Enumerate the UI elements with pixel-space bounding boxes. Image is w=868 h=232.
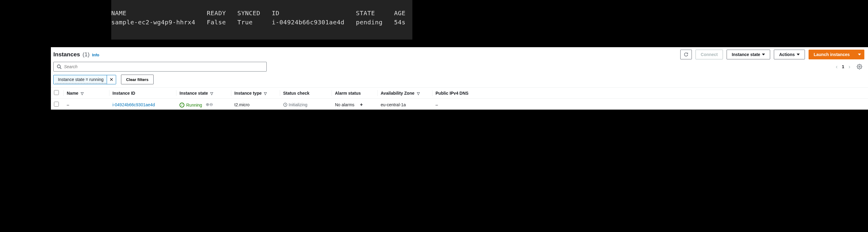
sort-icon: ▽ <box>210 91 213 96</box>
info-link[interactable]: Info <box>92 53 99 57</box>
launch-instances-button[interactable]: Launch instances <box>809 49 855 59</box>
filter-chip-label[interactable]: Instance state = running <box>56 76 106 84</box>
select-all-checkbox[interactable] <box>54 90 59 95</box>
table-row[interactable]: – i-04924b66c9301ae4d Running ⊕⊖ t2.micr… <box>51 99 868 110</box>
filter-chip-remove[interactable]: ✕ <box>107 75 116 84</box>
refresh-button[interactable] <box>680 49 692 59</box>
col-alarm-status[interactable]: Alarm status <box>332 88 378 99</box>
zoom-icons[interactable]: ⊕⊖ <box>206 102 213 107</box>
page-title: Instances (1) Info <box>53 51 99 58</box>
svg-point-1 <box>859 66 860 68</box>
col-az-label: Availability Zone <box>381 91 414 96</box>
col-instance-id-label: Instance ID <box>113 91 135 96</box>
actions-button[interactable]: Actions <box>774 49 805 59</box>
col-public-dns[interactable]: Public IPv4 DNS <box>432 88 868 99</box>
row-checkbox[interactable] <box>54 102 59 106</box>
connect-button[interactable]: Connect <box>695 49 723 59</box>
cell-public-dns: – <box>432 99 868 110</box>
pagination: ‹ 1 › <box>836 62 864 71</box>
page-prev[interactable]: ‹ <box>836 64 838 69</box>
cell-alarm-status: No alarms + <box>332 99 378 110</box>
filter-chip: Instance state = running ✕ <box>53 75 116 84</box>
sort-icon: ▽ <box>417 91 420 96</box>
instances-table: Name ▽ Instance ID Instance state ▽ Inst… <box>51 88 868 110</box>
instance-state-button-label: Instance state <box>732 52 760 57</box>
cell-status-check-label: Initializing <box>289 102 307 107</box>
page-next[interactable]: › <box>848 64 850 69</box>
col-name[interactable]: Name ▽ <box>64 88 110 99</box>
cell-instance-type: t2.micro <box>231 99 280 110</box>
col-status-check[interactable]: Status check <box>280 88 332 99</box>
search-row: ‹ 1 › <box>51 59 868 71</box>
search-icon <box>57 64 62 69</box>
col-instance-id[interactable]: Instance ID <box>110 88 177 99</box>
col-name-label: Name <box>67 91 78 96</box>
settings-button[interactable] <box>855 62 864 71</box>
add-alarm-button[interactable]: + <box>359 102 364 107</box>
col-instance-type-label: Instance type <box>235 91 261 96</box>
filter-row: Instance state = running ✕ Clear filters <box>51 71 868 88</box>
col-az[interactable]: Availability Zone ▽ <box>378 88 432 99</box>
close-icon: ✕ <box>110 77 113 82</box>
chevron-down-icon <box>797 54 800 56</box>
sort-icon: ▽ <box>81 91 84 96</box>
col-status-check-label: Status check <box>283 91 309 96</box>
instance-state-button[interactable]: Instance state <box>726 49 770 59</box>
console-header: Instances (1) Info Connect Instance stat… <box>51 47 868 59</box>
cell-instance-state-label: Running <box>186 103 202 107</box>
search-box[interactable] <box>53 62 267 71</box>
launch-instances-group: Launch instances <box>809 49 864 59</box>
ec2-console-panel: Instances (1) Info Connect Instance stat… <box>51 47 868 110</box>
sort-icon: ▽ <box>264 91 267 96</box>
svg-point-0 <box>57 65 60 68</box>
chevron-down-icon <box>858 54 861 56</box>
status-ok-icon <box>180 103 184 107</box>
clear-filters-button[interactable]: Clear filters <box>121 75 154 84</box>
title-text: Instances <box>53 51 80 58</box>
cell-alarm-status-label: No alarms <box>335 102 354 107</box>
instance-count: (1) <box>83 51 90 58</box>
col-checkbox <box>51 88 64 99</box>
col-instance-state-label: Instance state <box>180 91 208 96</box>
cell-instance-state: Running <box>180 103 202 107</box>
page-current: 1 <box>842 64 844 69</box>
cell-status-check: Initializing <box>280 99 332 110</box>
chevron-down-icon <box>762 54 765 56</box>
actions-button-label: Actions <box>779 52 795 57</box>
col-public-dns-label: Public IPv4 DNS <box>436 91 468 96</box>
search-input[interactable] <box>64 64 263 69</box>
launch-instances-dropdown[interactable] <box>855 49 864 59</box>
clock-icon <box>283 103 287 107</box>
terminal-text: NAME READY SYNCED ID STATE AGE sample-ec… <box>111 8 412 27</box>
refresh-icon <box>684 52 688 57</box>
col-instance-state[interactable]: Instance state ▽ <box>177 88 231 99</box>
table-header-row: Name ▽ Instance ID Instance state ▽ Inst… <box>51 88 868 99</box>
cell-name: – <box>64 99 110 110</box>
col-instance-type[interactable]: Instance type ▽ <box>231 88 280 99</box>
cell-instance-id[interactable]: i-04924b66c9301ae4d <box>113 102 155 107</box>
col-alarm-status-label: Alarm status <box>335 91 361 96</box>
cell-az: eu-central-1a <box>378 99 432 110</box>
gear-icon <box>857 64 862 69</box>
terminal-output: NAME READY SYNCED ID STATE AGE sample-ec… <box>111 0 412 40</box>
